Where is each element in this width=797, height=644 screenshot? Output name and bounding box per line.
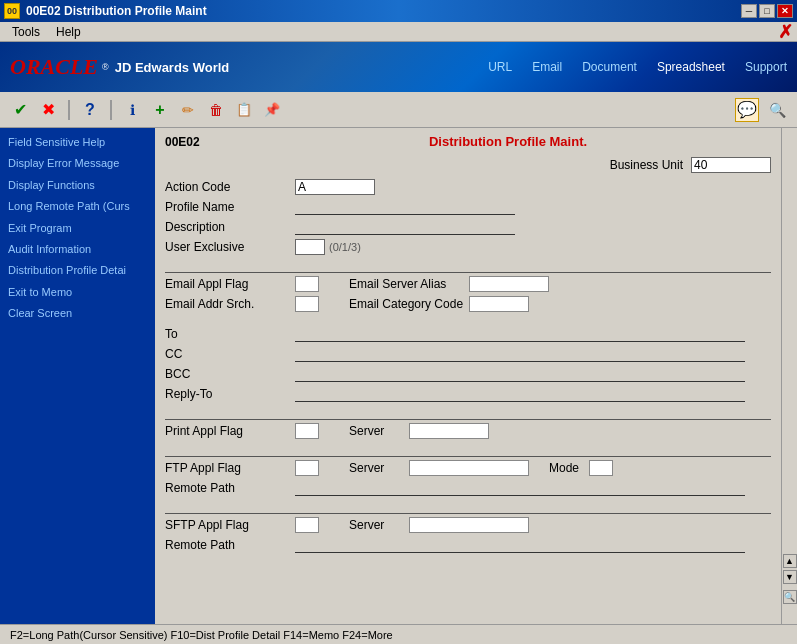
description-label: Description [165,220,295,234]
zoom-button[interactable]: 🔍 [783,590,797,604]
form-area: 00E02 Distribution Profile Maint. Busine… [155,128,781,624]
window-controls: ─ □ ✕ [741,4,793,18]
ftp-mode-box [589,460,613,476]
action-code-row: Action Code [165,179,771,195]
hr4 [165,513,771,514]
email-server-alias-label: Email Server Alias [349,277,469,291]
sidebar-item-audit-information[interactable]: Audit Information [0,239,155,260]
profile-name-label: Profile Name [165,200,295,214]
sftp-remote-path-row: Remote Path [165,537,771,553]
bcc-row: BCC [165,366,771,382]
to-input[interactable] [295,326,745,342]
ftp-mode-label: Mode [549,461,589,475]
minimize-button[interactable]: ─ [741,4,757,18]
sidebar-item-exit-program[interactable]: Exit Program [0,218,155,239]
oracle-x-icon: ✗ [778,21,793,43]
nav-support[interactable]: Support [745,60,787,74]
sidebar-item-exit-to-memo[interactable]: Exit to Memo [0,282,155,303]
print-appl-flag-row: Print Appl Flag Server [165,423,771,439]
to-label: To [165,327,295,341]
oracle-text: ORACLE [10,54,98,80]
scroll-up-button[interactable]: ▲ [783,554,797,568]
header-nav: URL Email Document Spreadsheet Support [488,60,787,74]
menu-help[interactable]: Help [48,23,89,41]
sftp-appl-flag-row: SFTP Appl Flag Server [165,517,771,533]
sidebar-item-clear-screen[interactable]: Clear Screen [0,303,155,324]
nav-document[interactable]: Document [582,60,637,74]
description-input[interactable] [295,219,515,235]
sidebar-item-display-error-message[interactable]: Display Error Message [0,153,155,174]
toolbar-chat[interactable]: 💬 [735,98,759,122]
email-category-code-box [469,296,529,312]
toolbar-help[interactable]: ? [78,98,102,122]
ftp-remote-path-row: Remote Path [165,480,771,496]
title-bar-left: 00 00E02 Distribution Profile Maint [4,3,207,19]
ftp-server-box [409,460,529,476]
email-category-code-label: Email Category Code [349,297,469,311]
toolbar-delete[interactable]: 🗑 [204,98,228,122]
form-title-row: 00E02 Distribution Profile Maint. [165,134,771,149]
scroll-down-button[interactable]: ▼ [783,570,797,584]
form-title: Distribution Profile Maint. [245,134,771,149]
profile-name-input[interactable] [295,199,515,215]
to-row: To [165,326,771,342]
app-icon: 00 [4,3,20,19]
reply-to-input[interactable] [295,386,745,402]
toolbar-right: 💬 🔍 [735,98,789,122]
reply-to-label: Reply-To [165,387,295,401]
status-text: F2=Long Path(Cursor Sensitive) F10=Dist … [10,629,393,641]
email-appl-flag-label: Email Appl Flag [165,277,295,291]
nav-url[interactable]: URL [488,60,512,74]
ftp-remote-path-label: Remote Path [165,481,295,495]
ftp-appl-flag-row: FTP Appl Flag Server Mode [165,460,771,476]
user-exclusive-input[interactable] [295,239,325,255]
toolbar-sep1 [68,100,70,120]
bcc-label: BCC [165,367,295,381]
user-exclusive-row: User Exclusive (0/1/3) [165,239,771,255]
profile-name-row: Profile Name [165,199,771,215]
bcc-input[interactable] [295,366,745,382]
action-code-input[interactable] [295,179,375,195]
gap4 [165,443,771,453]
business-unit-input[interactable] [691,157,771,173]
sftp-remote-path-label: Remote Path [165,538,295,552]
nav-email[interactable]: Email [532,60,562,74]
toolbar-add[interactable]: + [148,98,172,122]
ftp-remote-path-input[interactable] [295,480,745,496]
title-bar: 00 00E02 Distribution Profile Maint ─ □ … [0,0,797,22]
toolbar-info[interactable]: ℹ [120,98,144,122]
ftp-appl-flag-label: FTP Appl Flag [165,461,295,475]
cc-row: CC [165,346,771,362]
action-code-label: Action Code [165,180,295,194]
gap3 [165,406,771,416]
ftp-server-label: Server [349,461,409,475]
cc-input[interactable] [295,346,745,362]
email-addr-srch-label: Email Addr Srch. [165,297,295,311]
main-area: Field Sensitive Help Display Error Messa… [0,128,797,624]
sftp-remote-path-input[interactable] [295,537,745,553]
scroll-panel: ▲ ▼ 🔍 [781,128,797,624]
sidebar-item-display-functions[interactable]: Display Functions [0,175,155,196]
reply-to-row: Reply-To [165,386,771,402]
sftp-server-box [409,517,529,533]
menu-tools[interactable]: Tools [4,23,48,41]
maximize-button[interactable]: □ [759,4,775,18]
print-server-box [409,423,489,439]
sidebar-item-distribution-profile-detail[interactable]: Distribution Profile Detai [0,260,155,281]
menu-bar: Tools Help ✗ [0,22,797,42]
user-exclusive-label: User Exclusive [165,240,295,254]
close-button[interactable]: ✕ [777,4,793,18]
toolbar-x[interactable]: ✖ [36,98,60,122]
sidebar-item-field-sensitive-help[interactable]: Field Sensitive Help [0,132,155,153]
toolbar-edit[interactable]: ✏ [176,98,200,122]
business-unit-row: Business Unit [165,157,771,173]
nav-spreadsheet[interactable]: Spreadsheet [657,60,725,74]
toolbar-search[interactable]: 🔍 [765,98,789,122]
business-unit-label: Business Unit [610,158,683,172]
hr2 [165,419,771,420]
ftp-appl-flag-box [295,460,319,476]
toolbar-paste[interactable]: 📌 [260,98,284,122]
toolbar-copy[interactable]: 📋 [232,98,256,122]
sidebar-item-long-remote-path[interactable]: Long Remote Path (Curs [0,196,155,217]
toolbar-check[interactable]: ✔ [8,98,32,122]
